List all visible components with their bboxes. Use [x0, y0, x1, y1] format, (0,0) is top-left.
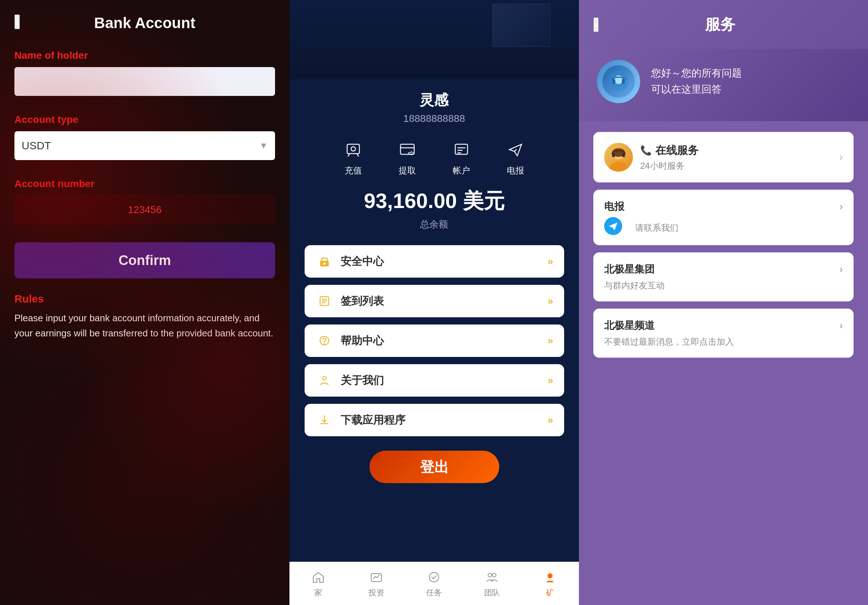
withdraw-label: 提取: [399, 165, 416, 176]
polaris-channel-title: 北极星频道: [604, 319, 655, 332]
service-content: 📞 在线服务 24小时服务 › 电报 ›: [579, 121, 868, 605]
nav-task[interactable]: 任务: [405, 569, 463, 598]
bank-account-panel: ‹ Bank Account Name of holder Account ty…: [0, 0, 290, 605]
polaris-group-arrow: ›: [840, 264, 843, 275]
polaris-channel-arrow: ›: [840, 320, 843, 331]
about-arrow: »: [547, 375, 553, 386]
agent-avatar: [604, 143, 633, 172]
svg-point-14: [547, 573, 553, 578]
online-service-arrow: ›: [840, 151, 843, 163]
recharge-icon: [341, 139, 366, 160]
online-service-subtitle: 24小时服务: [640, 160, 840, 172]
nav-invest-label: 投资: [368, 587, 384, 598]
polaris-channel-card[interactable]: 北极星频道 › 不要错过最新消息，立即点击加入: [593, 309, 854, 358]
profile-panel: 灵感 18888888888 充值 提取 帐户 电报: [290, 0, 579, 605]
telegram-label: 电报: [507, 165, 524, 176]
telegram-card[interactable]: 电报 › 请联系我们: [593, 190, 854, 245]
online-service-card[interactable]: 📞 在线服务 24小时服务 ›: [593, 132, 854, 182]
svg-point-12: [488, 573, 492, 577]
action-telegram[interactable]: 电报: [503, 139, 528, 176]
service-title: 服务: [606, 14, 835, 35]
list-icon: [315, 292, 333, 310]
action-recharge[interactable]: 充值: [341, 139, 366, 176]
invest-icon: [368, 569, 384, 585]
svg-point-13: [492, 573, 496, 577]
telegram-subtitle: 请联系我们: [635, 222, 678, 234]
online-service-info: 📞 在线服务 24小时服务: [640, 143, 840, 172]
home-icon: [310, 569, 326, 585]
nav-team-label: 团队: [484, 587, 500, 598]
confirm-label: Confirm: [119, 253, 171, 268]
online-service-title: 📞 在线服务: [640, 143, 840, 158]
action-withdraw[interactable]: 提取: [395, 139, 420, 176]
logout-button[interactable]: 登出: [369, 451, 499, 483]
download-label: 下载应用程序: [341, 413, 547, 428]
team-icon: [484, 569, 500, 585]
svg-point-11: [429, 572, 439, 582]
account-label: 帐户: [453, 165, 470, 176]
service-welcome: 您好～您的所有问题 可以在这里回答: [651, 65, 742, 98]
polaris-group-card[interactable]: 北极星集团 › 与群内好友互动: [593, 252, 854, 301]
profile-name: 灵感: [420, 90, 448, 110]
polaris-group-title-row: 北极星集团 ›: [604, 262, 843, 276]
checkin-arrow: »: [547, 295, 553, 307]
profile-actions: 充值 提取 帐户 电报: [326, 139, 542, 176]
service-back-button[interactable]: ‹: [593, 17, 599, 32]
account-type-select[interactable]: USDT ▼: [14, 131, 275, 160]
svg-rect-3: [455, 144, 468, 154]
checkin-label: 签到列表: [341, 294, 547, 309]
menu-security[interactable]: 安全中心 »: [305, 245, 564, 278]
account-number-label: Account number: [14, 178, 95, 190]
withdraw-icon: [395, 139, 420, 160]
polaris-group-subtitle: 与群内好友互动: [604, 280, 843, 291]
download-arrow: »: [547, 414, 553, 426]
telegram-icon: [503, 139, 528, 160]
bottom-nav: 家 投资 任务 团队 矿: [290, 562, 579, 605]
menu-help[interactable]: 帮助中心 »: [305, 324, 564, 357]
menu-list: 安全中心 » 签到列表 » 帮助中心 » 关于我们 »: [305, 245, 564, 436]
balance-section: 93,160.00 美元 总余额: [364, 187, 504, 231]
profile-bg: [290, 0, 579, 79]
security-label: 安全中心: [341, 254, 547, 269]
holder-label: Name of holder: [14, 50, 88, 61]
help-icon: [315, 332, 333, 350]
svg-point-8: [324, 343, 325, 344]
telegram-circle-icon: [604, 217, 622, 235]
logout-label: 登出: [420, 457, 449, 477]
bank-title: Bank Account: [14, 14, 275, 32]
polaris-channel-title-row: 北极星频道 ›: [604, 319, 843, 332]
holder-input[interactable]: [14, 67, 275, 96]
menu-checkin[interactable]: 签到列表 »: [305, 285, 564, 317]
help-arrow: »: [547, 335, 553, 346]
action-account[interactable]: 帐户: [449, 139, 474, 176]
nav-invest[interactable]: 投资: [347, 569, 406, 598]
rules-title: Rules: [14, 293, 44, 305]
nav-task-label: 任务: [426, 587, 442, 598]
bot-inner: [602, 65, 635, 98]
menu-about[interactable]: 关于我们 »: [305, 364, 564, 397]
telegram-title-text: 电报: [604, 200, 624, 213]
account-type-value: USDT: [22, 140, 259, 152]
nav-team[interactable]: 团队: [463, 569, 521, 598]
account-number-input[interactable]: [14, 195, 275, 224]
nav-mine[interactable]: 矿: [521, 569, 579, 598]
telegram-title-row: 电报 ›: [604, 200, 843, 213]
rules-text: Please input your bank account informati…: [14, 311, 275, 341]
balance-amount: 93,160.00 美元: [364, 187, 504, 215]
menu-download[interactable]: 下载应用程序 »: [305, 404, 564, 436]
account-type-label: Account type: [14, 114, 78, 126]
about-label: 关于我们: [341, 373, 547, 388]
security-arrow: »: [547, 256, 553, 267]
bank-back-button[interactable]: ‹: [14, 14, 20, 29]
telegram-arrow: ›: [840, 201, 843, 213]
svg-rect-0: [347, 144, 360, 154]
chevron-down-icon: ▼: [259, 141, 268, 151]
confirm-button[interactable]: Confirm: [14, 242, 275, 278]
about-icon: [315, 371, 333, 389]
nav-home[interactable]: 家: [290, 569, 347, 598]
service-hero: 您好～您的所有问题 可以在这里回答: [579, 49, 868, 121]
nav-mine-label: 矿: [546, 587, 554, 598]
profile-avatar-section: 灵感 18888888888: [403, 87, 465, 124]
profile-top-image: [492, 4, 550, 47]
task-icon: [426, 569, 442, 585]
